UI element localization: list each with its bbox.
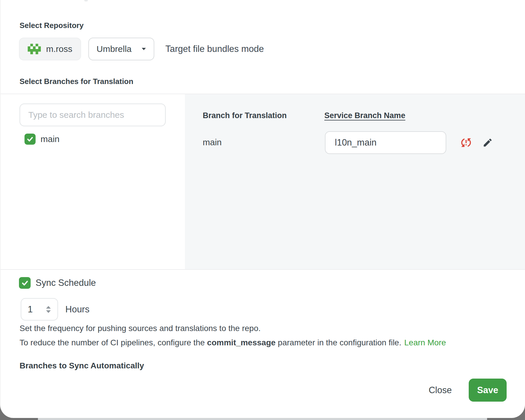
repository-controls-row: m.ross Umbrella Target file bundles mode [19, 37, 264, 61]
select-repository-heading: Select Repository [20, 21, 84, 30]
ci-help-prefix: To reduce the number of CI pipelines, co… [20, 338, 207, 347]
dropdown-selected-value: Umbrella [97, 44, 132, 54]
service-branch-input[interactable] [325, 131, 446, 154]
branch-checkbox[interactable] [24, 134, 36, 145]
ci-help-text: To reduce the number of CI pipelines, co… [20, 338, 446, 347]
target-mode-label: Target file bundles mode [165, 44, 264, 54]
page-bottom-strip [38, 418, 487, 420]
save-button[interactable]: Save [469, 379, 507, 402]
repository-avatar-icon [28, 44, 41, 54]
repository-name: m.ross [46, 44, 72, 54]
service-branch-column-header[interactable]: Service Branch Name [324, 111, 405, 120]
ci-help-suffix: parameter in the configuration file. [276, 338, 401, 347]
learn-more-link[interactable]: Learn More [404, 338, 446, 347]
auto-sync-heading: Branches to Sync Automatically [20, 361, 144, 371]
sync-schedule-checkbox[interactable] [19, 277, 31, 289]
sync-problem-icon[interactable] [459, 136, 473, 149]
sync-interval-unit: Hours [65, 298, 90, 321]
frequency-help-text: Set the frequency for pushing sources an… [20, 324, 261, 333]
chevron-down-icon [141, 48, 146, 50]
branch-row-label: main [203, 137, 222, 147]
branch-list-item[interactable]: main [24, 134, 60, 145]
edit-pencil-icon[interactable] [482, 137, 493, 148]
checkmark-icon [26, 135, 34, 143]
section-divider [1, 269, 525, 270]
sync-interval-value: 1 [28, 304, 33, 315]
sync-schedule-row[interactable]: Sync Schedule [19, 277, 96, 289]
repository-chip[interactable]: m.ross [19, 38, 81, 60]
repo-branch-dropdown[interactable]: Umbrella [88, 38, 154, 60]
close-button[interactable]: Close [429, 385, 452, 396]
sync-interval-stepper[interactable]: 1 [21, 298, 58, 321]
checkmark-icon [21, 279, 29, 287]
service-branch-panel: Branch for Translation Service Branch Na… [185, 94, 525, 269]
ci-help-param: commit_message [207, 338, 276, 347]
branch-name-label: main [41, 134, 60, 144]
screen: Select Repository m.ross Umbrella Target… [0, 0, 525, 420]
branch-list-panel: main [1, 94, 185, 269]
branch-column-header: Branch for Translation [203, 111, 287, 120]
sync-schedule-label: Sync Schedule [36, 278, 96, 288]
modal-footer: Close Save [429, 379, 507, 402]
repo-sync-settings-modal: Select Repository m.ross Umbrella Target… [0, 0, 525, 418]
stepper-arrows-icon[interactable] [46, 305, 51, 314]
branch-search-input[interactable] [20, 104, 166, 126]
branch-selection-area: main Branch for Translation Service Bran… [1, 94, 525, 269]
scrollbar-artifact [84, 0, 88, 1]
select-branches-heading: Select Branches for Translation [20, 77, 133, 86]
